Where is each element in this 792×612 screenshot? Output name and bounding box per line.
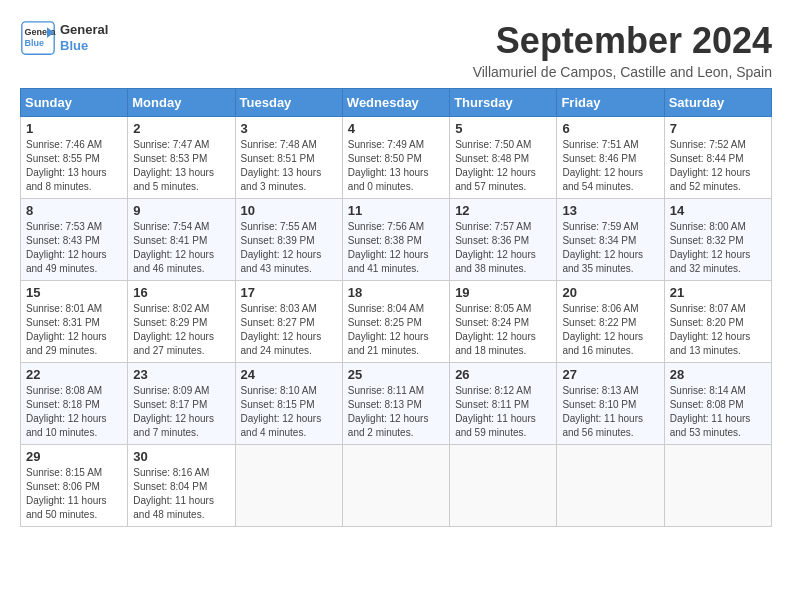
svg-text:Blue: Blue — [25, 38, 45, 48]
table-row: 1Sunrise: 7:46 AM Sunset: 8:55 PM Daylig… — [21, 117, 128, 199]
day-number: 25 — [348, 367, 444, 382]
day-number: 18 — [348, 285, 444, 300]
day-number: 11 — [348, 203, 444, 218]
day-info: Sunrise: 8:07 AM Sunset: 8:20 PM Dayligh… — [670, 302, 766, 358]
calendar-week-5: 29Sunrise: 8:15 AM Sunset: 8:06 PM Dayli… — [21, 445, 772, 527]
day-number: 14 — [670, 203, 766, 218]
table-row: 21Sunrise: 8:07 AM Sunset: 8:20 PM Dayli… — [664, 281, 771, 363]
day-number: 24 — [241, 367, 337, 382]
day-info: Sunrise: 7:48 AM Sunset: 8:51 PM Dayligh… — [241, 138, 337, 194]
column-header-monday: Monday — [128, 89, 235, 117]
day-info: Sunrise: 8:05 AM Sunset: 8:24 PM Dayligh… — [455, 302, 551, 358]
header: General Blue General Blue September 2024… — [20, 20, 772, 80]
day-info: Sunrise: 7:55 AM Sunset: 8:39 PM Dayligh… — [241, 220, 337, 276]
day-number: 13 — [562, 203, 658, 218]
table-row: 30Sunrise: 8:16 AM Sunset: 8:04 PM Dayli… — [128, 445, 235, 527]
table-row: 15Sunrise: 8:01 AM Sunset: 8:31 PM Dayli… — [21, 281, 128, 363]
day-number: 22 — [26, 367, 122, 382]
calendar-week-1: 1Sunrise: 7:46 AM Sunset: 8:55 PM Daylig… — [21, 117, 772, 199]
logo: General Blue General Blue — [20, 20, 108, 56]
table-row: 9Sunrise: 7:54 AM Sunset: 8:41 PM Daylig… — [128, 199, 235, 281]
day-number: 23 — [133, 367, 229, 382]
day-info: Sunrise: 7:53 AM Sunset: 8:43 PM Dayligh… — [26, 220, 122, 276]
table-row: 3Sunrise: 7:48 AM Sunset: 8:51 PM Daylig… — [235, 117, 342, 199]
table-row — [450, 445, 557, 527]
table-row: 27Sunrise: 8:13 AM Sunset: 8:10 PM Dayli… — [557, 363, 664, 445]
day-number: 7 — [670, 121, 766, 136]
table-row: 17Sunrise: 8:03 AM Sunset: 8:27 PM Dayli… — [235, 281, 342, 363]
table-row: 19Sunrise: 8:05 AM Sunset: 8:24 PM Dayli… — [450, 281, 557, 363]
calendar-week-2: 8Sunrise: 7:53 AM Sunset: 8:43 PM Daylig… — [21, 199, 772, 281]
day-info: Sunrise: 7:46 AM Sunset: 8:55 PM Dayligh… — [26, 138, 122, 194]
day-number: 9 — [133, 203, 229, 218]
column-header-tuesday: Tuesday — [235, 89, 342, 117]
day-info: Sunrise: 7:47 AM Sunset: 8:53 PM Dayligh… — [133, 138, 229, 194]
table-row: 10Sunrise: 7:55 AM Sunset: 8:39 PM Dayli… — [235, 199, 342, 281]
day-number: 8 — [26, 203, 122, 218]
day-number: 3 — [241, 121, 337, 136]
day-info: Sunrise: 7:54 AM Sunset: 8:41 PM Dayligh… — [133, 220, 229, 276]
day-info: Sunrise: 8:08 AM Sunset: 8:18 PM Dayligh… — [26, 384, 122, 440]
table-row: 16Sunrise: 8:02 AM Sunset: 8:29 PM Dayli… — [128, 281, 235, 363]
day-info: Sunrise: 8:15 AM Sunset: 8:06 PM Dayligh… — [26, 466, 122, 522]
table-row: 24Sunrise: 8:10 AM Sunset: 8:15 PM Dayli… — [235, 363, 342, 445]
day-info: Sunrise: 8:14 AM Sunset: 8:08 PM Dayligh… — [670, 384, 766, 440]
day-number: 19 — [455, 285, 551, 300]
day-info: Sunrise: 8:09 AM Sunset: 8:17 PM Dayligh… — [133, 384, 229, 440]
table-row: 6Sunrise: 7:51 AM Sunset: 8:46 PM Daylig… — [557, 117, 664, 199]
day-number: 20 — [562, 285, 658, 300]
day-info: Sunrise: 7:51 AM Sunset: 8:46 PM Dayligh… — [562, 138, 658, 194]
table-row — [664, 445, 771, 527]
calendar: SundayMondayTuesdayWednesdayThursdayFrid… — [20, 88, 772, 527]
logo-icon: General Blue — [20, 20, 56, 56]
subtitle: Villamuriel de Campos, Castille and Leon… — [128, 64, 772, 80]
table-row: 13Sunrise: 7:59 AM Sunset: 8:34 PM Dayli… — [557, 199, 664, 281]
title-area: September 2024 Villamuriel de Campos, Ca… — [128, 20, 772, 80]
day-info: Sunrise: 8:01 AM Sunset: 8:31 PM Dayligh… — [26, 302, 122, 358]
column-header-wednesday: Wednesday — [342, 89, 449, 117]
day-info: Sunrise: 8:16 AM Sunset: 8:04 PM Dayligh… — [133, 466, 229, 522]
day-info: Sunrise: 8:00 AM Sunset: 8:32 PM Dayligh… — [670, 220, 766, 276]
column-header-thursday: Thursday — [450, 89, 557, 117]
day-number: 6 — [562, 121, 658, 136]
day-info: Sunrise: 7:50 AM Sunset: 8:48 PM Dayligh… — [455, 138, 551, 194]
day-info: Sunrise: 7:57 AM Sunset: 8:36 PM Dayligh… — [455, 220, 551, 276]
table-row: 8Sunrise: 7:53 AM Sunset: 8:43 PM Daylig… — [21, 199, 128, 281]
table-row — [557, 445, 664, 527]
table-row: 4Sunrise: 7:49 AM Sunset: 8:50 PM Daylig… — [342, 117, 449, 199]
day-number: 15 — [26, 285, 122, 300]
day-info: Sunrise: 8:13 AM Sunset: 8:10 PM Dayligh… — [562, 384, 658, 440]
table-row: 12Sunrise: 7:57 AM Sunset: 8:36 PM Dayli… — [450, 199, 557, 281]
day-info: Sunrise: 7:49 AM Sunset: 8:50 PM Dayligh… — [348, 138, 444, 194]
day-info: Sunrise: 7:56 AM Sunset: 8:38 PM Dayligh… — [348, 220, 444, 276]
day-number: 21 — [670, 285, 766, 300]
table-row: 23Sunrise: 8:09 AM Sunset: 8:17 PM Dayli… — [128, 363, 235, 445]
day-info: Sunrise: 8:06 AM Sunset: 8:22 PM Dayligh… — [562, 302, 658, 358]
day-number: 28 — [670, 367, 766, 382]
day-number: 27 — [562, 367, 658, 382]
calendar-week-4: 22Sunrise: 8:08 AM Sunset: 8:18 PM Dayli… — [21, 363, 772, 445]
day-number: 4 — [348, 121, 444, 136]
table-row: 25Sunrise: 8:11 AM Sunset: 8:13 PM Dayli… — [342, 363, 449, 445]
table-row: 29Sunrise: 8:15 AM Sunset: 8:06 PM Dayli… — [21, 445, 128, 527]
table-row: 2Sunrise: 7:47 AM Sunset: 8:53 PM Daylig… — [128, 117, 235, 199]
day-number: 1 — [26, 121, 122, 136]
day-info: Sunrise: 8:10 AM Sunset: 8:15 PM Dayligh… — [241, 384, 337, 440]
day-number: 16 — [133, 285, 229, 300]
table-row: 14Sunrise: 8:00 AM Sunset: 8:32 PM Dayli… — [664, 199, 771, 281]
day-number: 26 — [455, 367, 551, 382]
column-header-friday: Friday — [557, 89, 664, 117]
day-number: 17 — [241, 285, 337, 300]
day-info: Sunrise: 8:12 AM Sunset: 8:11 PM Dayligh… — [455, 384, 551, 440]
table-row: 5Sunrise: 7:50 AM Sunset: 8:48 PM Daylig… — [450, 117, 557, 199]
calendar-week-3: 15Sunrise: 8:01 AM Sunset: 8:31 PM Dayli… — [21, 281, 772, 363]
day-info: Sunrise: 8:04 AM Sunset: 8:25 PM Dayligh… — [348, 302, 444, 358]
day-number: 30 — [133, 449, 229, 464]
table-row: 7Sunrise: 7:52 AM Sunset: 8:44 PM Daylig… — [664, 117, 771, 199]
day-number: 5 — [455, 121, 551, 136]
table-row: 22Sunrise: 8:08 AM Sunset: 8:18 PM Dayli… — [21, 363, 128, 445]
day-number: 12 — [455, 203, 551, 218]
day-number: 29 — [26, 449, 122, 464]
day-info: Sunrise: 8:03 AM Sunset: 8:27 PM Dayligh… — [241, 302, 337, 358]
table-row — [342, 445, 449, 527]
